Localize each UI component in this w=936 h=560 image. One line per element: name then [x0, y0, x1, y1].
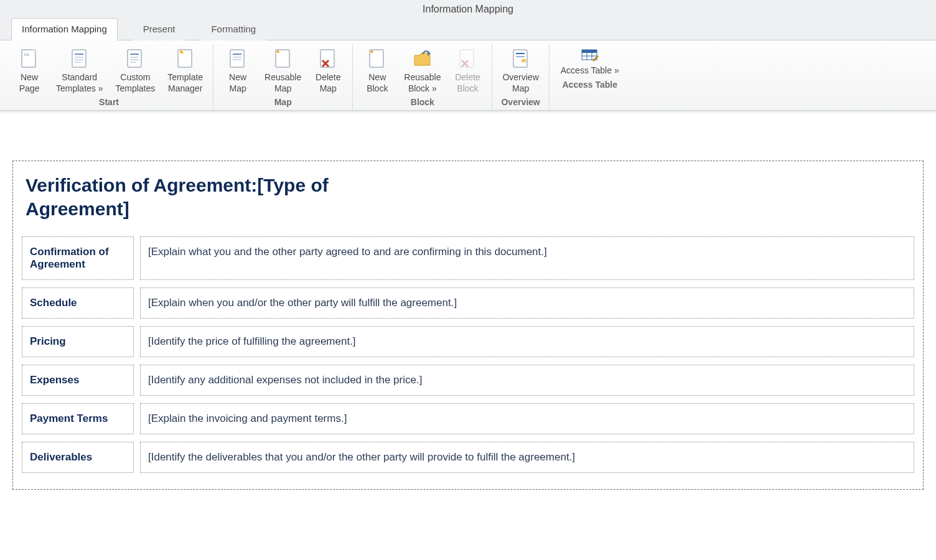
new-page-button[interactable]: FS NewPage [9, 44, 50, 95]
svg-text:✦: ✦ [275, 48, 281, 55]
delete-block-button: DeleteBlock [447, 44, 488, 95]
page-new-icon: FS [17, 47, 41, 70]
row-value-deliverables[interactable]: [Identify the deliverables that you and/… [140, 442, 914, 473]
ribbon: FS NewPage StandardTemplates » CustomTem… [0, 40, 936, 111]
page-lines-icon [226, 47, 250, 70]
table-edit-icon [578, 48, 602, 64]
group-label-block: Block [357, 95, 488, 110]
new-block-button[interactable]: ✦ NewBlock [357, 44, 398, 95]
overview-map-button[interactable]: OverviewMap [496, 44, 545, 95]
page-star-icon: ✦ [271, 47, 295, 70]
group-label-start: Start [9, 95, 209, 110]
ribbon-group-block: ✦ NewBlock ReusableBlock » DeleteBlock B… [353, 44, 492, 110]
group-label-map: Map [217, 95, 349, 110]
folder-icon [411, 47, 434, 70]
row-label-payment-terms[interactable]: Payment Terms [22, 403, 134, 434]
ribbon-group-start: FS NewPage StandardTemplates » CustomTem… [5, 44, 213, 110]
row-label-confirmation[interactable]: Confirmation of Agreement [22, 236, 134, 280]
table-row: Expenses [Identify any additional expens… [22, 365, 914, 396]
table-row: Confirmation of Agreement [Explain what … [22, 236, 914, 280]
row-label-deliverables[interactable]: Deliverables [22, 442, 134, 473]
ribbon-group-map: NewMap ✦ ReusableMap DeleteMap Map [213, 44, 353, 110]
group-label-overview: Overview [496, 95, 545, 110]
document-template[interactable]: Verification of Agreement:[Type of Agree… [12, 161, 924, 490]
svg-rect-34 [522, 59, 526, 62]
svg-text:✦: ✦ [179, 49, 184, 55]
page-delete-icon [316, 47, 340, 70]
table-row: Schedule [Explain when you and/or the ot… [22, 287, 914, 319]
svg-text:FS: FS [24, 53, 29, 57]
svg-rect-3 [72, 50, 86, 67]
row-value-schedule[interactable]: [Explain when you and/or the other party… [140, 287, 914, 319]
row-label-schedule[interactable]: Schedule [22, 287, 134, 319]
svg-rect-8 [128, 50, 141, 67]
page-star-icon: ✦ [174, 47, 197, 70]
new-map-button[interactable]: NewMap [217, 44, 258, 95]
row-label-pricing[interactable]: Pricing [22, 326, 134, 357]
template-manager-button[interactable]: ✦ TemplateManager [161, 44, 209, 95]
row-value-confirmation[interactable]: [Explain what you and the other party ag… [140, 236, 914, 280]
tab-information-mapping[interactable]: Information Mapping [11, 18, 118, 40]
page-lines-icon [123, 47, 147, 70]
page-lines-color-icon [509, 47, 533, 70]
document-area: Verification of Agreement:[Type of Agree… [0, 111, 936, 502]
table-row: Deliverables [Identify the deliverables … [22, 442, 914, 473]
document-title[interactable]: Verification of Agreement:[Type of Agree… [22, 170, 408, 229]
row-label-expenses[interactable]: Expenses [22, 365, 134, 396]
row-value-payment-terms[interactable]: [Explain the invoicing and payment terms… [140, 403, 914, 434]
page-delete-icon [456, 47, 479, 70]
standard-templates-button[interactable]: StandardTemplates » [50, 44, 109, 95]
svg-text:✦: ✦ [369, 48, 375, 55]
svg-rect-16 [230, 50, 244, 67]
ribbon-tabstrip: Information Mapping Present Formatting [0, 17, 936, 40]
table-row: Payment Terms [Explain the invoicing and… [22, 403, 914, 434]
access-table-button[interactable]: Access Table » [553, 44, 627, 78]
ribbon-group-overview: OverviewMap Overview [492, 44, 549, 110]
custom-templates-button[interactable]: CustomTemplates [109, 44, 161, 95]
reusable-block-button[interactable]: ReusableBlock » [398, 44, 447, 95]
row-value-pricing[interactable]: [Identify the price of fulfilling the ag… [140, 326, 914, 357]
delete-map-button[interactable]: DeleteMap [307, 44, 349, 95]
svg-rect-36 [582, 50, 597, 53]
tab-formatting[interactable]: Formatting [200, 18, 266, 40]
ribbon-group-access-table: Access Table » Access Table [550, 44, 630, 110]
page-lines-icon [68, 47, 91, 70]
table-row: Pricing [Identify the price of fulfillin… [22, 326, 914, 357]
group-label-access-table: Access Table [553, 78, 627, 93]
reusable-map-button[interactable]: ✦ ReusableMap [258, 44, 307, 95]
svg-rect-31 [513, 50, 527, 67]
page-star-blank-icon: ✦ [365, 47, 389, 70]
row-value-expenses[interactable]: [Identify any additional expenses not in… [140, 365, 914, 396]
tab-present[interactable]: Present [133, 18, 186, 40]
app-title: Information Mapping [0, 0, 936, 17]
